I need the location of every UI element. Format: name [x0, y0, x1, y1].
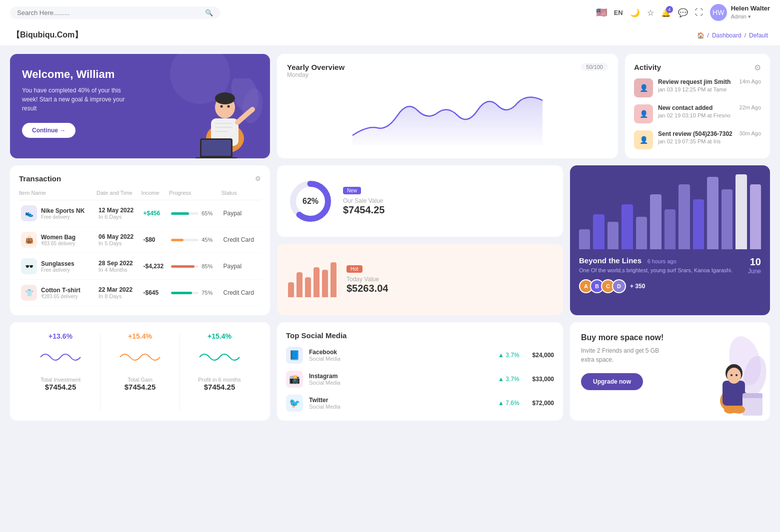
upgrade-button[interactable]: Upgrade now — [581, 373, 643, 390]
user-profile[interactable]: HW Helen Walter Admin ▾ — [710, 4, 770, 21]
today-label: Today Value — [346, 276, 388, 283]
table-row: 👜 Women Bag ₹83.65 delivery 06 May 2022 … — [19, 227, 261, 253]
activity-sub-2: jan 02 19 07:35 PM at Iris — [658, 138, 734, 144]
activity-thumb-1: 👤 — [634, 104, 653, 123]
welcome-text: You have completed 40% of your this week… — [22, 86, 132, 113]
today-bar-5 — [330, 262, 336, 297]
sale-amount: $7454.25 — [343, 204, 384, 216]
item-icon-3: 👕 — [21, 285, 37, 301]
stat-item-1: +15.4% Total Gain $7454.25 — [100, 332, 180, 411]
activity-title-0: Review request jim Smith — [658, 78, 734, 85]
bell-icon[interactable]: 🔔 4 — [661, 8, 671, 17]
beyond-bar-7 — [678, 184, 690, 249]
row-1: Welcome, William You have completed 40% … — [10, 54, 770, 158]
yearly-badge: 50/100 — [581, 63, 608, 71]
home-icon[interactable]: 🏠 — [697, 32, 704, 39]
social-item-2: 🐦 Twitter Social Media ▲ 7.6% $72,000 — [286, 395, 554, 412]
stat-amount-2: $7454.25 — [185, 383, 254, 391]
stat-pct-0: +13.6% — [26, 332, 95, 340]
transaction-table: Item NameDate and TimeIncomeProgressStat… — [19, 190, 261, 306]
today-bar-2 — [305, 277, 311, 297]
social-growth-2: ▲ 7.6% — [498, 400, 520, 407]
beyond-info: Beyond the Lines 6 hours ago One Of the … — [579, 256, 761, 293]
settings-icon[interactable]: ⚙ — [754, 63, 761, 72]
middle-column: 62% New Our Sale Value $7454.25 Hot Toda… — [277, 165, 563, 315]
social-item-0: 📘 Facebook Social Media ▲ 3.7% $24,000 — [286, 347, 554, 364]
beyond-bar-0 — [579, 229, 590, 249]
transaction-header: Transaction ⚙ — [19, 174, 261, 183]
trans-col-income: Income — [141, 190, 169, 200]
stat-amount-1: $7454.25 — [106, 383, 174, 391]
social-card: Top Social Media 📘 Facebook Social Media… — [277, 322, 563, 421]
welcome-illustration — [175, 78, 265, 158]
trans-col-date-and-time: Date and Time — [96, 190, 141, 200]
breadcrumb-bar: 【Biqubiqu.Com】 🏠 / Dashboard / Default — [0, 25, 780, 46]
stat-label-0: Total Investment — [26, 377, 95, 383]
transaction-title: Transaction — [19, 174, 61, 183]
activity-sub-0: jan 03 19 12:25 PM at Tame — [658, 86, 734, 92]
moon-icon[interactable]: 🌙 — [630, 8, 640, 17]
svg-point-23 — [730, 374, 732, 376]
beyond-bar-4 — [636, 217, 647, 249]
trans-col-progress: Progress — [169, 190, 221, 200]
search-input[interactable] — [17, 9, 201, 16]
svg-rect-25 — [742, 396, 762, 416]
stat-item-0: +13.6% Total Investment $7454.25 — [21, 332, 100, 411]
item-icon-2: 🕶️ — [21, 258, 37, 274]
sale-info: New Our Sale Value $7454.25 — [343, 186, 384, 216]
social-amount-0: $24,000 — [532, 352, 554, 359]
svg-point-24 — [736, 374, 738, 376]
today-chart — [288, 262, 336, 297]
activity-list: 👤 Review request jim Smith jan 03 19 12:… — [634, 78, 761, 149]
stat-label-2: Profit in 6 months — [185, 377, 254, 383]
continue-button[interactable]: Continue → — [22, 123, 76, 138]
social-amount-2: $72,000 — [532, 400, 554, 407]
svg-rect-12 — [202, 140, 231, 156]
row-2: Transaction ⚙ Item NameDate and TimeInco… — [10, 165, 770, 315]
fullscreen-icon[interactable]: ⛶ — [695, 8, 703, 17]
stat-wave-2 — [194, 347, 244, 367]
beyond-bar-chart — [579, 174, 761, 249]
social-amount-1: $33,000 — [532, 376, 554, 383]
social-icon-0: 📘 — [286, 347, 303, 364]
trans-col-status: Status — [222, 190, 261, 200]
yearly-overview-card: Yearly Overview Monday 50/100 — [277, 54, 618, 158]
star-icon[interactable]: ☆ — [647, 8, 654, 17]
stats-card: +13.6% Total Investment $7454.25 +15.4% … — [10, 322, 270, 421]
user-role: Admin ▾ — [731, 13, 770, 20]
breadcrumb-dashboard[interactable]: Dashboard — [712, 32, 742, 39]
main-content: Welcome, William You have completed 40% … — [0, 46, 780, 429]
beyond-time: 6 hours ago — [648, 258, 676, 264]
sale-card: 62% New Our Sale Value $7454.25 — [277, 165, 563, 237]
item-icon-0: 👟 — [21, 205, 37, 221]
today-bar-4 — [322, 270, 328, 297]
brand-logo: 【Biqubiqu.Com】 — [12, 30, 82, 40]
svg-point-22 — [727, 368, 741, 384]
yearly-header: Yearly Overview Monday 50/100 — [287, 63, 608, 83]
chat-icon[interactable]: 💬 — [678, 8, 688, 17]
social-list: 📘 Facebook Social Media ▲ 3.7% $24,000 📸… — [286, 347, 554, 412]
beyond-bar-3 — [622, 204, 632, 249]
social-growth-0: ▲ 3.7% — [498, 352, 520, 359]
svg-point-8 — [215, 92, 235, 104]
transaction-card: Transaction ⚙ Item NameDate and TimeInco… — [10, 165, 270, 315]
stat-amount-0: $7454.25 — [26, 383, 95, 391]
lang-label[interactable]: EN — [614, 9, 623, 16]
today-card: Hot Today Value $5263.04 — [277, 244, 563, 315]
beyond-bar-9 — [707, 177, 718, 249]
avatar-group: A B C D + 350 — [579, 279, 743, 293]
stat-label-1: Total Gain — [106, 377, 174, 383]
nav-actions: 🇺🇸 EN 🌙 ☆ 🔔 4 💬 ⛶ HW Helen Walter Admin … — [596, 4, 770, 21]
today-bar-3 — [314, 267, 320, 297]
activity-title-1: New contact added — [658, 104, 734, 111]
activity-sub-1: jan 02 19 03:10 PM at Fresno — [658, 112, 734, 118]
svg-rect-13 — [195, 157, 238, 158]
activity-title: Activity — [634, 63, 661, 71]
search-bar[interactable]: 🔍 — [10, 6, 220, 19]
beyond-month: June — [748, 268, 761, 275]
beyond-desc: One Of the world,s brightest, young surf… — [579, 267, 743, 274]
activity-header: Activity ⚙ — [634, 63, 761, 72]
activity-item-2: 👤 Sent review (504)236-7302 jan 02 19 07… — [634, 130, 761, 149]
transaction-settings-icon[interactable]: ⚙ — [255, 175, 261, 182]
flag-icon: 🇺🇸 — [596, 7, 607, 18]
